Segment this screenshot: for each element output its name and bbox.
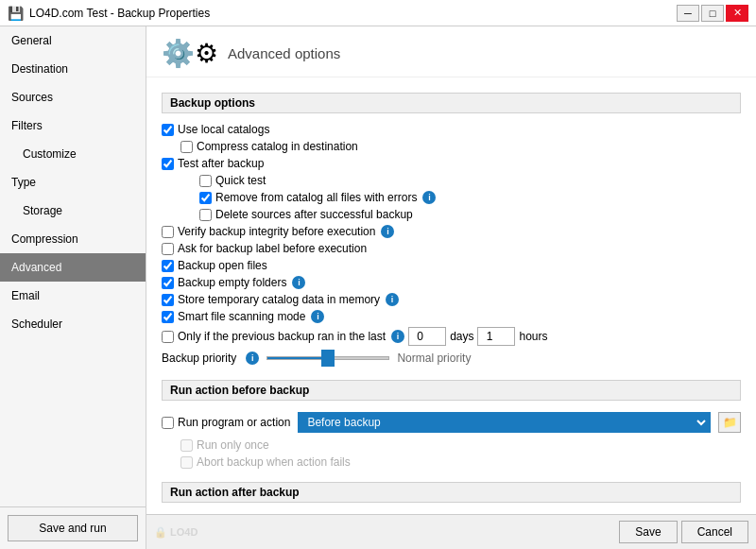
store-temporary-label[interactable]: Store temporary catalog data in memory: [162, 293, 380, 306]
smart-scanning-checkbox[interactable]: [162, 311, 174, 323]
abort-on-fail-label: Abort backup when action fails: [180, 455, 351, 469]
sidebar-item-compression[interactable]: Compression: [0, 225, 146, 253]
test-after-backup-checkbox[interactable]: [162, 158, 174, 170]
backup-open-files-label[interactable]: Backup open files: [162, 259, 267, 272]
sidebar-item-filters[interactable]: Filters: [0, 112, 146, 140]
option-backup-open-files: Backup open files: [162, 257, 741, 274]
backup-open-files-checkbox[interactable]: [162, 260, 174, 272]
sidebar-item-type[interactable]: Type: [0, 168, 146, 197]
use-local-catalogs-label[interactable]: Use local catalogs: [162, 123, 269, 136]
minimize-button[interactable]: ─: [677, 5, 699, 22]
section-run-action-before: Run action before backup: [162, 380, 741, 401]
maximize-button[interactable]: □: [701, 5, 724, 22]
delete-sources-label[interactable]: Delete sources after successful backup: [199, 208, 413, 221]
sidebar-item-customize[interactable]: Customize: [0, 140, 146, 168]
use-local-catalogs-checkbox[interactable]: [162, 124, 174, 136]
run-program-checkbox[interactable]: [162, 417, 174, 429]
test-after-backup-label[interactable]: Test after backup: [162, 157, 264, 170]
watermark: 🔒 LO4D: [154, 526, 198, 539]
app-icon: 💾: [8, 6, 24, 21]
sidebar: General Destination Sources Filters Cust…: [0, 26, 146, 549]
window-title: LO4D.com Test - Backup Properties: [29, 7, 210, 20]
option-smart-scanning: Smart file scanning mode i: [162, 308, 741, 325]
bottom-bar: 🔒 LO4D Save Cancel: [146, 514, 756, 549]
run-action-select[interactable]: Before backup After backup: [298, 412, 711, 433]
abort-on-fail-checkbox: [180, 456, 193, 469]
option-only-if-previous: Only if the previous backup ran in the l…: [162, 325, 741, 348]
window-controls: ─ □ ✕: [677, 5, 748, 22]
sidebar-item-scheduler[interactable]: Scheduler: [0, 310, 146, 338]
smart-scanning-info-icon[interactable]: i: [311, 310, 324, 323]
option-store-temporary: Store temporary catalog data in memory i: [162, 291, 741, 308]
sidebar-item-destination[interactable]: Destination: [0, 55, 146, 83]
verify-integrity-info-icon[interactable]: i: [381, 225, 394, 238]
sidebar-item-general[interactable]: General: [0, 26, 146, 55]
quick-test-checkbox[interactable]: [199, 175, 212, 187]
option-compress-catalog: Compress catalog in destination: [162, 138, 741, 155]
run-program-label[interactable]: Run program or action: [162, 416, 290, 429]
remove-from-catalog-checkbox[interactable]: [199, 192, 212, 204]
gears-icon: ⚙️⚙: [162, 38, 218, 69]
smart-scanning-text: Smart file scanning mode: [178, 310, 305, 323]
store-temporary-checkbox[interactable]: [162, 294, 174, 306]
option-delete-sources: Delete sources after successful backup: [162, 206, 741, 223]
priority-slider[interactable]: [266, 356, 389, 360]
quick-test-label[interactable]: Quick test: [199, 174, 266, 187]
verify-integrity-checkbox[interactable]: [162, 226, 174, 238]
abort-on-fail-text: Abort backup when action fails: [197, 455, 351, 469]
delete-sources-checkbox[interactable]: [199, 209, 212, 221]
hours-label: hours: [519, 330, 547, 343]
browse-button[interactable]: 📁: [718, 412, 741, 433]
backup-empty-folders-checkbox[interactable]: [162, 277, 174, 289]
option-remove-from-catalog: Remove from catalog all files with error…: [162, 189, 741, 206]
option-test-after-backup: Test after backup: [162, 155, 741, 172]
sidebar-item-advanced[interactable]: Advanced: [0, 253, 146, 282]
backup-empty-folders-info-icon[interactable]: i: [292, 276, 305, 289]
remove-from-catalog-text: Remove from catalog all files with error…: [215, 191, 417, 204]
remove-from-catalog-label[interactable]: Remove from catalog all files with error…: [199, 191, 417, 204]
remove-catalog-info-icon[interactable]: i: [422, 191, 436, 204]
days-hours-row: days hours: [408, 327, 547, 346]
days-input[interactable]: [408, 327, 446, 346]
priority-text: Normal priority: [397, 352, 471, 365]
compress-catalog-text: Compress catalog in destination: [197, 140, 358, 153]
option-abort-on-fail: Abort backup when action fails: [162, 454, 741, 471]
run-program-text: Run program or action: [178, 416, 290, 429]
sidebar-item-email[interactable]: Email: [0, 282, 146, 310]
section-run-action-after: Run action after backup: [162, 482, 741, 503]
only-if-previous-text: Only if the previous backup ran in the l…: [178, 330, 386, 343]
ask-label-label[interactable]: Ask for backup label before execution: [162, 242, 367, 255]
verify-integrity-label[interactable]: Verify backup integrity before execution: [162, 225, 375, 238]
section-backup-options: Backup options: [162, 93, 741, 113]
option-backup-empty-folders: Backup empty folders i: [162, 274, 741, 291]
only-if-previous-info-icon[interactable]: i: [391, 330, 404, 343]
only-if-previous-checkbox[interactable]: [162, 331, 174, 343]
save-button[interactable]: Save: [619, 521, 677, 543]
save-run-button[interactable]: Save and run: [8, 515, 138, 541]
ask-label-checkbox[interactable]: [162, 243, 174, 255]
backup-empty-folders-label[interactable]: Backup empty folders: [162, 276, 286, 289]
backup-empty-folders-text: Backup empty folders: [178, 276, 286, 289]
store-temporary-text: Store temporary catalog data in memory: [178, 293, 380, 306]
cancel-button[interactable]: Cancel: [681, 521, 748, 543]
option-use-local-catalogs: Use local catalogs: [162, 121, 741, 138]
content-body: Backup options Use local catalogs Compre…: [146, 77, 756, 517]
title-bar: 💾 LO4D.com Test - Backup Properties ─ □ …: [0, 0, 756, 26]
compress-catalog-checkbox[interactable]: [180, 141, 193, 153]
verify-integrity-text: Verify backup integrity before execution: [178, 225, 375, 238]
content-header: ⚙️⚙ Advanced options: [146, 26, 756, 77]
hours-input[interactable]: [477, 327, 515, 346]
close-button[interactable]: ✕: [726, 5, 748, 22]
store-temporary-info-icon[interactable]: i: [386, 293, 399, 306]
run-only-once-checkbox: [180, 439, 193, 452]
backup-open-files-text: Backup open files: [178, 259, 267, 272]
only-if-previous-label[interactable]: Only if the previous backup ran in the l…: [162, 330, 386, 343]
ask-label-text: Ask for backup label before execution: [178, 242, 367, 255]
compress-catalog-label[interactable]: Compress catalog in destination: [180, 140, 358, 153]
sidebar-item-sources[interactable]: Sources: [0, 83, 146, 112]
option-ask-label: Ask for backup label before execution: [162, 240, 741, 257]
sidebar-item-storage[interactable]: Storage: [0, 197, 146, 225]
use-local-catalogs-text: Use local catalogs: [178, 123, 269, 136]
priority-info-icon[interactable]: i: [246, 352, 259, 365]
smart-scanning-label[interactable]: Smart file scanning mode: [162, 310, 305, 323]
